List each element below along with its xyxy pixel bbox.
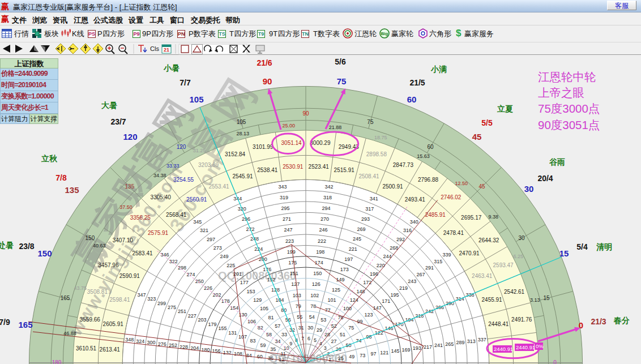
svg-text:18.75: 18.75 [374, 135, 387, 140]
svg-text:135: 135 [125, 183, 135, 190]
svg-text:12.50: 12.50 [455, 181, 468, 186]
svg-text:40.63: 40.63 [93, 243, 106, 249]
svg-text:2695.17: 2695.17 [461, 215, 482, 221]
svg-text:春分: 春分 [613, 316, 630, 325]
svg-text:2463.41: 2463.41 [472, 273, 493, 279]
svg-text:102: 102 [310, 293, 319, 298]
svg-text:2440.91: 2440.91 [516, 344, 535, 350]
svg-text:318: 318 [323, 195, 332, 200]
svg-text:2598.41: 2598.41 [109, 297, 130, 303]
svg-text:2455.91: 2455.91 [482, 297, 503, 303]
svg-text:2847.73: 2847.73 [393, 162, 414, 168]
svg-text:11: 11 [280, 351, 285, 357]
svg-text:9.38: 9.38 [489, 214, 499, 220]
svg-text:275: 275 [168, 305, 176, 310]
svg-text:3407.10: 3407.10 [113, 237, 134, 243]
svg-text:立秋: 立秋 [41, 154, 58, 163]
svg-text:20/4: 20/4 [537, 174, 553, 183]
svg-text:2491.76: 2491.76 [511, 316, 532, 323]
svg-text:151: 151 [290, 271, 298, 276]
svg-text:35: 35 [270, 346, 276, 352]
svg-text:105: 105 [189, 95, 203, 104]
svg-text:3610.51: 3610.51 [76, 345, 97, 352]
svg-text:2478.41: 2478.41 [443, 230, 464, 236]
svg-text:21/6: 21/6 [257, 58, 272, 67]
svg-text:上帝之眼: 上帝之眼 [538, 86, 584, 99]
svg-text:2515.91: 2515.91 [334, 167, 355, 173]
svg-text:126: 126 [312, 281, 320, 287]
svg-text:60: 60 [407, 95, 417, 104]
svg-text:2470.91: 2470.91 [459, 250, 480, 256]
svg-text:313: 313 [467, 339, 476, 344]
svg-text:291: 291 [425, 265, 434, 271]
svg-text:54: 54 [309, 314, 315, 320]
svg-text:342: 342 [324, 184, 333, 190]
svg-text:202: 202 [212, 292, 221, 298]
svg-text:172: 172 [363, 280, 371, 285]
svg-text:3457.96: 3457.96 [98, 262, 119, 268]
svg-text:90: 90 [302, 110, 309, 117]
svg-text:197: 197 [344, 256, 353, 262]
svg-text:169: 169 [402, 347, 411, 353]
svg-text:73: 73 [360, 353, 365, 358]
svg-text:75: 75 [337, 76, 347, 86]
svg-text:3101.99: 3101.99 [253, 144, 274, 150]
svg-text:273: 273 [213, 245, 222, 251]
svg-text:15.63: 15.63 [417, 153, 430, 159]
svg-text:171: 171 [382, 298, 390, 304]
svg-text:3152.84: 3152.84 [225, 151, 246, 157]
svg-text:31.25: 31.25 [193, 148, 206, 153]
svg-text:317: 317 [365, 206, 374, 212]
svg-text:21: 21 [164, 47, 169, 53]
svg-text:271: 271 [283, 216, 291, 222]
svg-text:289: 289 [456, 340, 464, 345]
svg-text:100: 100 [343, 306, 352, 311]
svg-text:3254.55: 3254.55 [173, 177, 194, 183]
svg-text:90: 90 [263, 76, 272, 86]
svg-text:51: 51 [340, 332, 345, 337]
svg-text:9: 9 [289, 341, 292, 346]
svg-text:3: 3 [324, 345, 327, 351]
svg-text:Big: Big [381, 31, 388, 36]
svg-text:251: 251 [178, 309, 186, 314]
svg-text:5/6: 5/6 [335, 57, 346, 66]
svg-text:347: 347 [137, 292, 146, 298]
svg-text:145: 145 [391, 348, 399, 354]
svg-text:123: 123 [364, 312, 373, 318]
svg-text:0%: 0% [536, 343, 544, 349]
svg-text:346: 346 [160, 252, 169, 258]
svg-text:3508.81: 3508.81 [87, 289, 108, 295]
svg-text:217: 217 [424, 344, 432, 350]
svg-text:173: 173 [340, 267, 349, 272]
svg-text:7/7: 7/7 [180, 78, 191, 87]
svg-text:2644.32: 2644.32 [478, 237, 499, 243]
svg-text:227: 227 [188, 313, 196, 319]
svg-text:249: 249 [220, 254, 228, 259]
svg-text:343: 343 [278, 184, 287, 190]
svg-text:315: 315 [434, 259, 442, 264]
svg-text:270: 270 [320, 216, 329, 222]
svg-text:165: 165 [61, 295, 70, 301]
svg-text:319: 319 [280, 195, 288, 200]
svg-text:2796.88: 2796.88 [418, 177, 439, 183]
svg-text:108: 108 [234, 351, 242, 357]
svg-text:220: 220 [377, 263, 385, 268]
svg-text:203: 203 [198, 317, 207, 323]
svg-text:49: 49 [349, 354, 354, 359]
svg-text:34: 34 [275, 339, 280, 344]
svg-text:97: 97 [370, 351, 376, 357]
svg-text:5: 5 [314, 337, 317, 343]
svg-text:120: 120 [177, 144, 186, 150]
svg-text:198: 198 [316, 249, 324, 255]
svg-text:129: 129 [253, 297, 262, 303]
svg-text:121: 121 [380, 350, 388, 356]
svg-text:立夏: 立夏 [497, 104, 513, 113]
svg-text:83: 83 [250, 338, 255, 344]
svg-text:75: 75 [367, 119, 374, 125]
svg-text:316: 316 [403, 228, 412, 233]
svg-text:2545.91: 2545.91 [232, 173, 253, 179]
svg-text:2523.41: 2523.41 [309, 164, 330, 170]
svg-text:265: 265 [445, 341, 454, 347]
svg-text:120: 120 [123, 132, 137, 142]
svg-text:2508.41: 2508.41 [358, 173, 379, 179]
